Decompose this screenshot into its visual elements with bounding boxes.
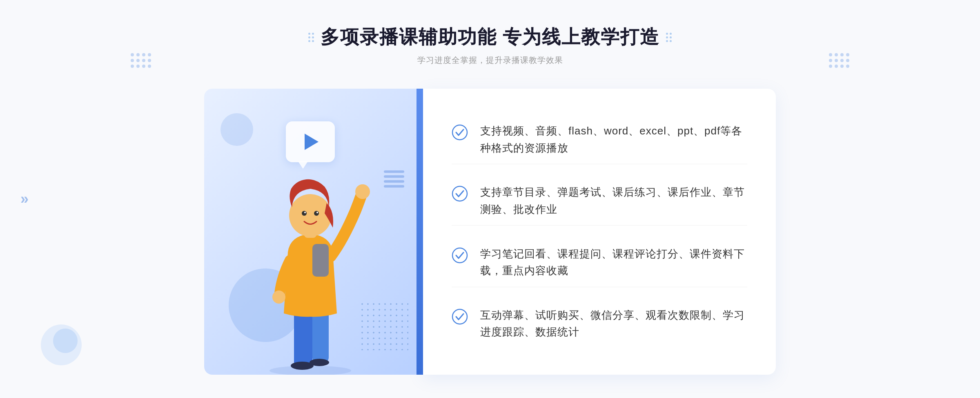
- feature-text-4: 互动弹幕、试听购买、微信分享、观看次数限制、学习进度跟踪、数据统计: [480, 307, 747, 341]
- svg-point-9: [302, 211, 307, 216]
- main-title: 多项录播课辅助功能 专为线上教学打造: [321, 25, 660, 50]
- person-illustration: [249, 162, 372, 375]
- svg-point-11: [304, 212, 306, 213]
- svg-point-6: [272, 291, 285, 304]
- feature-item-3: 学习笔记回看、课程提问、课程评论打分、课件资料下载，重点内容收藏: [452, 238, 747, 287]
- illus-lines: [384, 170, 404, 203]
- check-circle-icon-1: [452, 124, 468, 141]
- feature-item-2: 支持章节目录、弹题考试、课后练习、课后作业、章节测验、批改作业: [452, 177, 747, 226]
- title-decoration: 多项录播课辅助功能 专为线上教学打造: [308, 25, 672, 50]
- svg-point-14: [452, 125, 467, 140]
- svg-point-17: [452, 309, 467, 324]
- check-circle-icon-4: [452, 309, 468, 325]
- feature-text-1: 支持视频、音频、flash、word、excel、ppt、pdf等各种格式的资源…: [480, 123, 747, 157]
- chevron-left-decoration: »: [20, 190, 29, 208]
- top-right-decoration: [829, 53, 849, 68]
- svg-point-15: [452, 186, 467, 201]
- svg-point-5: [355, 184, 370, 199]
- illustration-container: [204, 89, 416, 375]
- svg-rect-2: [312, 309, 329, 362]
- play-triangle-icon: [305, 134, 318, 150]
- left-dots-icon: [308, 33, 314, 42]
- feature-item-1: 支持视频、音频、flash、word、excel、ppt、pdf等各种格式的资源…: [452, 115, 747, 164]
- check-circle-icon-2: [452, 186, 468, 202]
- accent-bar: [416, 89, 423, 375]
- svg-point-8: [289, 194, 332, 237]
- feature-text-3: 学习笔记回看、课程提问、课程评论打分、课件资料下载，重点内容收藏: [480, 246, 747, 279]
- top-left-decoration: [131, 53, 151, 68]
- svg-point-4: [310, 359, 329, 366]
- features-panel: 支持视频、音频、flash、word、excel、ppt、pdf等各种格式的资源…: [423, 89, 776, 375]
- deco-circle-bottom-left2: [53, 329, 78, 353]
- feature-text-2: 支持章节目录、弹题考试、课后练习、课后作业、章节测验、批改作业: [480, 184, 747, 218]
- title-section: 多项录播课辅助功能 专为线上教学打造 学习进度全掌握，提升录播课教学效果: [308, 25, 672, 66]
- svg-point-16: [452, 248, 467, 263]
- illus-circle-small: [220, 113, 253, 146]
- subtitle: 学习进度全掌握，提升录播课教学效果: [308, 55, 672, 66]
- svg-point-10: [314, 211, 319, 216]
- play-bubble: [286, 121, 335, 162]
- feature-item-4: 互动弹幕、试听购买、微信分享、观看次数限制、学习进度跟踪、数据统计: [452, 300, 747, 348]
- page-container: 多项录播课辅助功能 专为线上教学打造 学习进度全掌握，提升录播课教学效果 »: [0, 0, 980, 398]
- svg-point-12: [316, 212, 318, 213]
- svg-rect-1: [294, 309, 312, 367]
- right-dots-icon: [666, 33, 672, 42]
- content-wrapper: 支持视频、音频、flash、word、excel、ppt、pdf等各种格式的资源…: [0, 72, 980, 375]
- svg-rect-13: [312, 244, 329, 277]
- content-area: 支持视频、音频、flash、word、excel、ppt、pdf等各种格式的资源…: [204, 89, 776, 375]
- check-circle-icon-3: [452, 247, 468, 264]
